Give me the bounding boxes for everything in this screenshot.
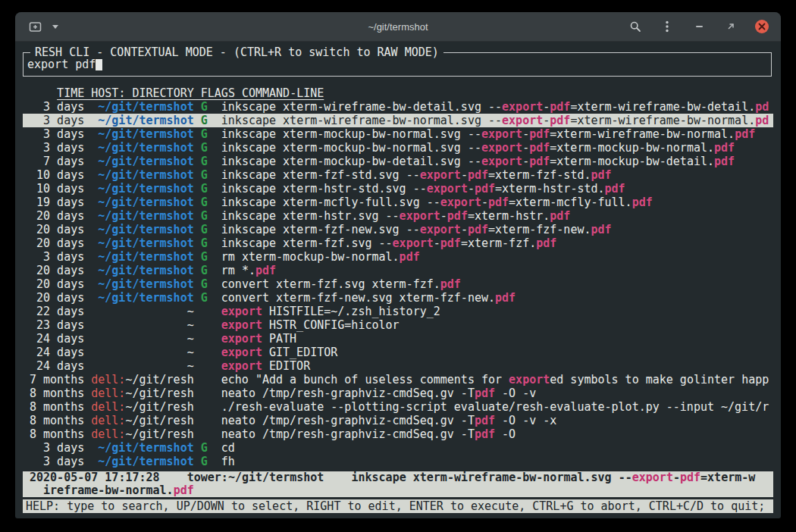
history-row[interactable]: 3 days~/git/termshotGinkscape xterm-wire…: [23, 114, 773, 127]
row-git-flag: G: [201, 291, 208, 305]
match-highlight: pdf: [529, 155, 550, 168]
history-row[interactable]: 24 days~export GIT_EDITOR: [23, 346, 773, 359]
row-time: 3 days: [30, 250, 84, 264]
row-directory: ~/git/termshot: [91, 441, 193, 455]
history-row[interactable]: 8 monthsdell:~/git/reshneato /tmp/resh-g…: [23, 386, 773, 400]
new-tab-icon: [29, 21, 42, 33]
row-git-flag: G: [201, 264, 208, 277]
history-row[interactable]: 20 days~/git/termshotGconvert xterm-fzf-…: [23, 291, 773, 305]
history-row[interactable]: 7 monthsdell:~/git/reshecho "Add a bunch…: [23, 373, 773, 386]
row-git-flag: G: [201, 223, 208, 236]
window-title: ~/git/termshot: [368, 21, 428, 33]
text-segment: ~/git/termshot: [98, 196, 193, 209]
text-segment: GIT_EDITOR: [262, 346, 337, 359]
history-row[interactable]: 8 monthsdell:~/git/resh./resh-evaluate -…: [23, 400, 773, 414]
match-highlight: export: [221, 318, 262, 332]
row-directory: dell:~/git/resh: [91, 373, 193, 386]
history-row[interactable]: 19 days~/git/termshotGinkscape xterm-mcf…: [23, 196, 773, 209]
row-directory: ~: [91, 346, 193, 359]
history-row[interactable]: 3 days~/git/termshotGcd: [23, 441, 773, 455]
text-segment: ~/git/resh: [125, 386, 193, 400]
row-command: inkscape xterm-hstr.svg --export-pdf=xte…: [221, 209, 773, 223]
panel-title: RESH CLI - CONTEXTUAL MODE - (CTRL+R to …: [30, 45, 443, 59]
history-row[interactable]: 3 days~/git/termshotGfh: [23, 455, 773, 468]
text-segment: convert xterm-fzf.svg xterm-fzf.: [221, 277, 440, 291]
row-directory: ~: [91, 332, 193, 346]
row-directory: dell:~/git/resh: [91, 386, 193, 400]
text-segment: -O -v: [495, 386, 536, 400]
minimize-button[interactable]: [691, 19, 707, 34]
match-highlight: pd: [755, 114, 769, 127]
match-highlight: export: [400, 209, 440, 223]
text-segment: tower:~/git/termshot: [187, 471, 324, 484]
match-highlight: export: [221, 359, 262, 373]
history-row[interactable]: 8 monthsdell:~/git/reshneato /tmp/resh-g…: [23, 414, 773, 427]
row-directory: ~/git/termshot: [91, 155, 193, 168]
text-segment: =xterm-mcfly-full.: [509, 196, 632, 209]
terminal[interactable]: RESH CLI - CONTEXTUAL MODE - (CTRL+R to …: [15, 42, 781, 518]
history-header-text: TIME HOST: DIRECTORY FLAGS COMMAND-LINE: [57, 86, 324, 100]
row-command: inkscape xterm-mockup-bw-normal.svg --ex…: [221, 127, 773, 141]
text-segment: inkscape xterm-mockup-bw-normal.svg --: [221, 141, 481, 155]
match-highlight: pdf: [475, 414, 495, 427]
search-query-input[interactable]: export pdf: [24, 58, 102, 71]
row-directory: ~/git/termshot: [91, 100, 193, 114]
restore-button[interactable]: [723, 19, 738, 34]
match-highlight: export: [502, 114, 543, 127]
text-segment: =xterm-wireframe-bw-detail.: [570, 100, 755, 114]
text-segment: =xterm-fzf-std.: [488, 168, 591, 182]
row-command: inkscape xterm-hstr-std.svg --export-pdf…: [221, 182, 773, 196]
history-row[interactable]: 20 days~/git/termshotGconvert xterm-fzf.…: [23, 277, 773, 291]
match-highlight: pdf: [550, 209, 570, 223]
history-row[interactable]: 23 days~export HSTR_CONFIG=hicolor: [23, 318, 773, 332]
row-time: 3 days: [30, 141, 84, 155]
row-directory: ~/git/termshot: [91, 196, 193, 209]
match-highlight: pdf: [591, 223, 611, 236]
match-highlight: export: [440, 196, 481, 209]
text-segment: ~/git/termshot: [98, 441, 193, 455]
row-command: fh: [221, 455, 773, 468]
text-segment: ~/git/resh: [125, 427, 193, 441]
text-segment: inkscape xterm-mockup-bw-detail.svg --: [221, 155, 481, 168]
history-row[interactable]: 3 days~/git/termshotGinkscape xterm-mock…: [23, 127, 773, 141]
row-time: 8 months: [30, 427, 84, 441]
match-highlight: pdf: [495, 291, 516, 305]
history-row[interactable]: 22 days~export HISTFILE=~/.zsh_history_2: [23, 305, 773, 318]
row-time: 23 days: [30, 318, 84, 332]
row-command: inkscape xterm-mockup-bw-normal.svg --ex…: [221, 141, 773, 155]
history-row[interactable]: 3 days~/git/termshotGrm xterm-mockup-bw-…: [23, 250, 773, 264]
history-row[interactable]: 24 days~export PATH: [23, 332, 773, 346]
match-highlight: pdf: [680, 471, 700, 484]
close-button[interactable]: [755, 20, 769, 33]
text-segment: -: [522, 155, 529, 168]
text-segment: ~/git/termshot: [98, 277, 193, 291]
history-row[interactable]: 3 days~/git/termshotGinkscape xterm-mock…: [23, 141, 773, 155]
text-cursor: [96, 58, 102, 70]
text-segment: inkscape xterm-fzf-std.svg --: [221, 168, 420, 182]
text-segment: ~: [187, 346, 194, 359]
row-directory: ~: [91, 305, 193, 318]
history-row[interactable]: 3 days~/git/termshotGinkscape xterm-wire…: [23, 100, 773, 114]
history-row[interactable]: 20 days~/git/termshotGinkscape xterm-hst…: [23, 209, 773, 223]
new-tab-button[interactable]: [27, 19, 42, 34]
menu-button[interactable]: [660, 19, 675, 34]
history-row[interactable]: 24 days~export EDITOR: [23, 359, 773, 373]
history-row[interactable]: 10 days~/git/termshotGinkscape xterm-hst…: [23, 182, 773, 196]
text-segment: ~/git/termshot: [98, 155, 193, 168]
row-directory: ~/git/termshot: [91, 236, 193, 250]
row-directory: ~/git/termshot: [91, 209, 193, 223]
row-git-flag: G: [201, 196, 208, 209]
selected-command-detail: 2020-05-07 17:17:28 tower:~/git/termshot…: [23, 471, 773, 497]
history-row[interactable]: 7 days~/git/termshotGinkscape xterm-mock…: [23, 155, 773, 168]
match-highlight: pdf: [174, 484, 194, 497]
history-row[interactable]: 20 days~/git/termshotGinkscape xterm-fzf…: [23, 223, 773, 236]
history-row[interactable]: 8 monthsdell:~/git/reshneato /tmp/resh-g…: [23, 427, 773, 441]
tab-dropdown-button[interactable]: [48, 19, 63, 34]
history-row[interactable]: 20 days~/git/termshotGrm *.pdf: [23, 264, 773, 277]
text-segment: ~/git/termshot: [98, 127, 193, 141]
titlebar[interactable]: ~/git/termshot: [15, 12, 781, 42]
history-row[interactable]: 10 days~/git/termshotGinkscape xterm-fzf…: [23, 168, 773, 182]
text-segment: ~/git/resh: [125, 400, 193, 414]
history-row[interactable]: 20 days~/git/termshotGinkscape xterm-fzf…: [23, 236, 773, 250]
search-button[interactable]: [628, 19, 643, 34]
